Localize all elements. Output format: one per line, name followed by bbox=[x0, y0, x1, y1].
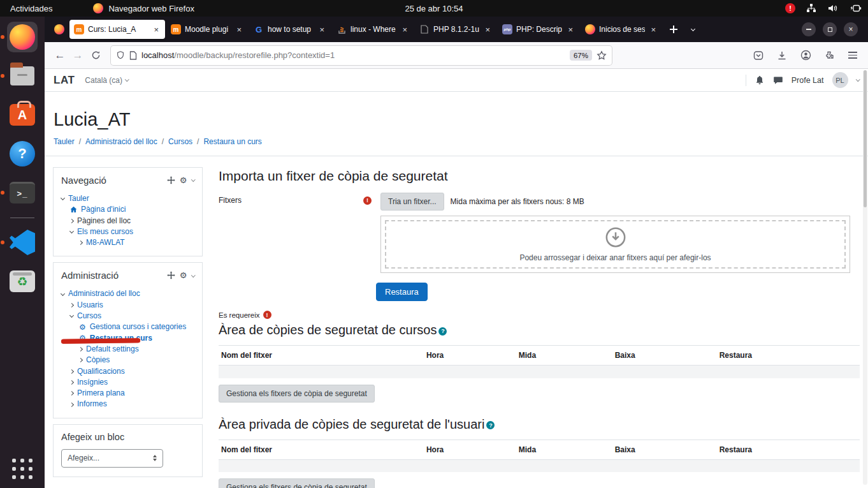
user-avatar[interactable]: PL bbox=[832, 72, 848, 88]
firefox-favicon bbox=[585, 24, 595, 34]
activities-button[interactable]: Actividades bbox=[0, 4, 62, 13]
running-indicator bbox=[1, 74, 4, 78]
restore-button[interactable]: Restaura bbox=[376, 283, 428, 301]
browser-tab[interactable]: php PHP: Descript × bbox=[498, 20, 579, 39]
user-name[interactable]: Profe Lat bbox=[792, 76, 824, 85]
dock-item-trash[interactable]: ♻ bbox=[7, 266, 38, 297]
browser-tab[interactable]: G how to setup × bbox=[249, 20, 331, 39]
focused-app-title[interactable]: Navegador web Firefox bbox=[93, 3, 194, 13]
add-block-select[interactable]: Afegeix... bbox=[61, 449, 163, 468]
window-minimize-button[interactable] bbox=[802, 22, 816, 36]
reload-button[interactable] bbox=[87, 47, 105, 64]
tab-close-icon[interactable]: × bbox=[649, 25, 658, 34]
breadcrumb-link[interactable]: Tauler bbox=[54, 137, 75, 146]
help-icon[interactable]: ? bbox=[486, 421, 495, 429]
sidebar-item-pagina-inici[interactable]: Pàgina d'inici bbox=[61, 204, 194, 215]
sidebar-item-m8-awlat[interactable]: M8-AWLAT bbox=[61, 237, 194, 248]
tab-close-icon[interactable]: × bbox=[235, 25, 243, 34]
add-block-panel: Afegeix un bloc Afegeix... bbox=[53, 424, 203, 477]
sidebar-item-administracio-del-lloc[interactable]: Administració del lloc bbox=[61, 288, 194, 299]
dock-item-terminal[interactable]: >_ bbox=[7, 177, 38, 208]
move-block-icon[interactable] bbox=[167, 271, 175, 279]
language-menu[interactable]: Català (ca) bbox=[85, 76, 128, 85]
breadcrumb-link[interactable]: Cursos bbox=[168, 137, 192, 146]
url-text[interactable]: localhost/moodle/backup/restorefile.php?… bbox=[141, 50, 565, 60]
help-icon[interactable]: ? bbox=[438, 327, 447, 336]
sidebar-item-primera-plana[interactable]: Primera plana bbox=[61, 388, 194, 399]
manage-backup-files-button[interactable]: Gestiona els fitxers de còpia de seguret… bbox=[219, 385, 375, 403]
messages-icon[interactable] bbox=[773, 75, 783, 85]
chevron-down-icon[interactable] bbox=[191, 177, 195, 181]
manage-backup-files-button[interactable]: Gestiona els fitxers de còpia de seguret… bbox=[219, 478, 375, 488]
tab-close-icon[interactable]: × bbox=[400, 25, 409, 34]
volume-icon[interactable] bbox=[827, 3, 838, 13]
browser-tab[interactable]: m Moodle plugi × bbox=[166, 20, 248, 39]
scrollbar-thumb[interactable] bbox=[864, 70, 867, 207]
tab-close-icon[interactable]: × bbox=[483, 25, 492, 34]
chevron-down-icon[interactable] bbox=[191, 273, 195, 277]
extensions-puzzle-icon[interactable] bbox=[820, 47, 838, 64]
dock-item-ubuntu-software[interactable]: A bbox=[7, 100, 38, 130]
sidebar-item-copies[interactable]: Còpies bbox=[61, 355, 194, 366]
tab-close-icon[interactable]: × bbox=[317, 25, 326, 34]
dock-item-vscode[interactable] bbox=[7, 227, 38, 258]
pocket-icon[interactable] bbox=[749, 47, 767, 64]
table-header-row: Nom del fitxer Hora Mida Baixa Restaura bbox=[219, 346, 860, 366]
gear-icon[interactable]: ⚙ bbox=[180, 271, 187, 279]
zoom-level-badge[interactable]: 67% bbox=[570, 50, 592, 61]
notifications-bell-icon[interactable] bbox=[755, 75, 765, 85]
page-info-icon[interactable] bbox=[129, 51, 137, 60]
sidebar-item-pagines-del-lloc[interactable]: Pàgines del lloc bbox=[61, 216, 194, 226]
network-icon[interactable] bbox=[806, 3, 816, 13]
column-header: Mida bbox=[516, 440, 612, 459]
chevron-down-icon bbox=[690, 26, 695, 31]
running-indicator bbox=[1, 35, 4, 39]
sidebar-item-informes[interactable]: Informes bbox=[61, 399, 194, 410]
file-dropzone[interactable]: Podeu arrossegar i deixar anar fitxers a… bbox=[380, 216, 850, 273]
choose-file-button[interactable]: Tria un fitxer... bbox=[380, 193, 444, 211]
sidebar-item-tauler[interactable]: Tauler bbox=[61, 193, 194, 204]
list-all-tabs-button[interactable] bbox=[684, 21, 701, 38]
bookmark-star-icon[interactable] bbox=[597, 50, 607, 61]
breadcrumb-link[interactable]: Restaura un curs bbox=[203, 137, 261, 146]
tab-close-icon[interactable]: × bbox=[152, 25, 161, 34]
breadcrumb-link[interactable]: Administració del lloc bbox=[85, 137, 157, 146]
sidebar-item-qualificacions[interactable]: Qualificacions bbox=[61, 366, 194, 377]
window-close-button[interactable]: × bbox=[844, 22, 858, 36]
downloads-icon[interactable] bbox=[773, 47, 791, 64]
move-block-icon[interactable] bbox=[167, 176, 175, 184]
shield-icon[interactable] bbox=[116, 50, 125, 60]
sidebar-item-els-meus-cursos[interactable]: Els meus cursos bbox=[61, 226, 194, 237]
dock-item-firefox[interactable] bbox=[7, 22, 38, 52]
sidebar-item-default-settings[interactable]: Default settings bbox=[61, 344, 194, 355]
scrollbar[interactable] bbox=[863, 70, 867, 485]
dock-item-help[interactable]: ? bbox=[7, 138, 38, 169]
gear-icon: ⚙ bbox=[79, 323, 86, 331]
browser-tab[interactable]: linux - Where × bbox=[332, 20, 414, 39]
sidebar-item-insignies[interactable]: Insígnies bbox=[61, 377, 194, 388]
battery-icon[interactable] bbox=[849, 3, 862, 13]
window-maximize-button[interactable] bbox=[823, 22, 837, 36]
browser-tab[interactable]: PHP 8.1.2-1ubun × bbox=[415, 20, 496, 39]
sidebar-item-cursos[interactable]: Cursos bbox=[61, 311, 194, 322]
back-button[interactable]: ← bbox=[51, 47, 69, 64]
site-brand[interactable]: LAT bbox=[54, 74, 75, 87]
chevron-right-icon bbox=[69, 403, 74, 407]
forward-button[interactable]: → bbox=[69, 47, 87, 64]
firefox-view-button[interactable] bbox=[50, 20, 69, 39]
sidebar-item-gestiona-cursos[interactable]: ⚙ Gestiona cursos i categories bbox=[61, 322, 194, 332]
url-bar[interactable]: localhost/moodle/backup/restorefile.php?… bbox=[111, 46, 612, 65]
dock-item-files[interactable] bbox=[7, 61, 38, 91]
show-applications-button[interactable] bbox=[12, 459, 33, 479]
notification-alert-icon[interactable]: ! bbox=[785, 3, 795, 13]
section-heading: Àrea privada de còpies de seguretat de l… bbox=[219, 417, 860, 432]
new-tab-button[interactable] bbox=[665, 21, 682, 38]
browser-tab[interactable]: m Curs: Lucia_A × bbox=[69, 20, 165, 39]
menu-hamburger-icon[interactable] bbox=[844, 47, 862, 64]
sidebar-item-usuaris[interactable]: Usuaris bbox=[61, 300, 194, 311]
account-icon[interactable] bbox=[797, 47, 814, 64]
chevron-down-icon[interactable] bbox=[856, 77, 860, 81]
gear-icon[interactable]: ⚙ bbox=[180, 176, 187, 184]
browser-tab[interactable]: Inicios de ses × bbox=[581, 20, 662, 39]
tab-close-icon[interactable]: × bbox=[566, 25, 575, 34]
